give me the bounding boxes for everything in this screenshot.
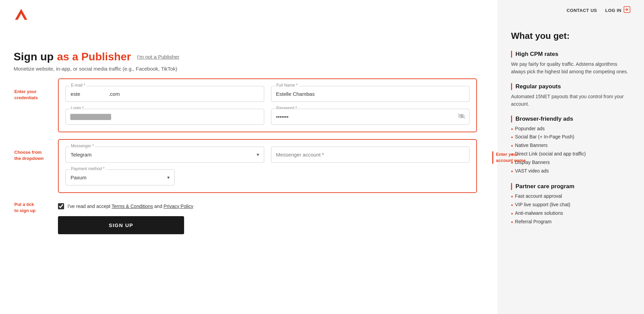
password-input[interactable]	[271, 109, 470, 125]
email-input[interactable]	[65, 86, 264, 102]
login-arrow-icon	[624, 6, 630, 14]
list-item: Popunder ads	[511, 125, 630, 134]
benefit-partner: Partner care program Fast account approv…	[511, 183, 630, 226]
signup-button-wrapper: SIGN UP	[58, 216, 477, 234]
terms-link[interactable]: Terms & Conditions	[111, 204, 153, 209]
form-container: Enter your credentials E-mail * Full Nam…	[58, 78, 477, 234]
messenger-row: Messenger * Telegram WhatsApp Skype Disc…	[65, 147, 469, 163]
messenger-label: Messenger *	[70, 144, 95, 148]
list-item: Native Banners	[511, 142, 630, 150]
email-fullname-row: E-mail * Full Name *	[65, 86, 469, 102]
list-item: VAST video ads	[511, 167, 630, 176]
payment-label: Payment method *	[70, 166, 106, 171]
right-panel-nav: CONTACT US LOG IN	[511, 0, 630, 20]
messenger-account-input[interactable]	[271, 147, 470, 163]
checkbox-area: Put a tick to sign up I've read and acce…	[58, 203, 477, 209]
fullname-label: Full Name *	[275, 83, 299, 88]
contact-us-link[interactable]: CONTACT US	[567, 8, 597, 13]
terms-checkbox[interactable]	[58, 203, 64, 209]
messenger-account-group: Enter your account name	[271, 147, 470, 163]
payment-row: Payment method * Paxum PayPal Wire Trans…	[65, 169, 469, 185]
privacy-link[interactable]: Privacy Policy	[164, 204, 193, 209]
signup-button[interactable]: SIGN UP	[58, 216, 184, 234]
title-black: Sign up	[14, 50, 54, 63]
benefit-partner-list: Fast account approval VIP live support (…	[511, 193, 630, 226]
page-header: Sign up as a Publisher I'm not a Publish…	[14, 23, 484, 72]
password-group: Password *	[271, 109, 470, 125]
benefit-ads-list: Popunder ads Social Bar (+ In-Page Push)…	[511, 125, 630, 176]
fullname-group: Full Name *	[271, 86, 470, 102]
benefit-cpm-heading: High CPM rates	[511, 51, 630, 58]
list-item: Social Bar (+ In-Page Push)	[511, 133, 630, 142]
list-item: Anti-malware solutions	[511, 210, 630, 218]
list-item: Fast account approval	[511, 193, 630, 201]
eye-icon[interactable]	[458, 113, 465, 120]
payment-select[interactable]: Paxum PayPal Wire Transfer Bitcoin	[65, 169, 175, 185]
login-redacted	[70, 114, 111, 120]
email-label: E-mail *	[70, 83, 87, 88]
sidebar-title: What you get:	[511, 31, 630, 41]
benefit-ads: Browser-friendly ads Popunder ads Social…	[511, 116, 630, 176]
email-group: E-mail *	[65, 86, 264, 102]
list-item: VIP live support (live chat)	[511, 201, 630, 210]
benefit-payouts-heading: Regular payouts	[511, 83, 630, 90]
title-red: as a Publisher	[57, 50, 131, 63]
dropdown-annotation: Choose from the dropdown	[14, 149, 44, 162]
benefit-payouts: Regular payouts Automated 15NET payouts …	[511, 83, 630, 108]
benefit-cpm: High CPM rates We pay fairly for quality…	[511, 51, 630, 76]
password-wrapper	[271, 109, 470, 125]
credentials-annotation: Enter your credentials	[14, 89, 38, 101]
tick-annotation: Put a tick to sign up	[14, 201, 35, 214]
list-item: Referral Program	[511, 218, 630, 227]
login-password-row: Login * Password *	[65, 109, 469, 125]
messenger-section: Choose from the dropdown Messenger * Tel…	[58, 139, 477, 193]
messenger-select[interactable]: Telegram WhatsApp Skype Discord	[65, 147, 264, 163]
not-publisher-link[interactable]: I'm not a Publisher	[137, 54, 179, 60]
benefit-cpm-text: We pay fairly for quality traffic. Adste…	[511, 60, 630, 76]
list-item: Direct Link (social and app traffic)	[511, 150, 630, 159]
messenger-select-wrapper: Messenger * Telegram WhatsApp Skype Disc…	[65, 147, 264, 163]
list-item: Display Banners	[511, 159, 630, 167]
benefit-ads-heading: Browser-friendly ads	[511, 116, 630, 122]
login-group: Login *	[65, 109, 264, 125]
subtitle: Monetize website, in-app, or social medi…	[14, 66, 484, 72]
login-link[interactable]: LOG IN	[605, 6, 630, 14]
fullname-input[interactable]	[271, 86, 470, 102]
benefit-partner-heading: Partner care program	[511, 183, 630, 190]
credentials-box: E-mail * Full Name * Login *	[58, 78, 477, 132]
page-title: Sign up as a Publisher I'm not a Publish…	[14, 50, 484, 63]
account-annotation: Enter your account name	[492, 151, 526, 164]
logo[interactable]	[14, 7, 29, 22]
benefit-payouts-text: Automated 15NET payouts that you control…	[511, 93, 630, 108]
messenger-payment-box: Messenger * Telegram WhatsApp Skype Disc…	[58, 139, 477, 193]
checkbox-label: I've read and accept Terms & Conditions …	[68, 204, 193, 209]
payment-select-wrapper: Payment method * Paxum PayPal Wire Trans…	[65, 169, 175, 185]
